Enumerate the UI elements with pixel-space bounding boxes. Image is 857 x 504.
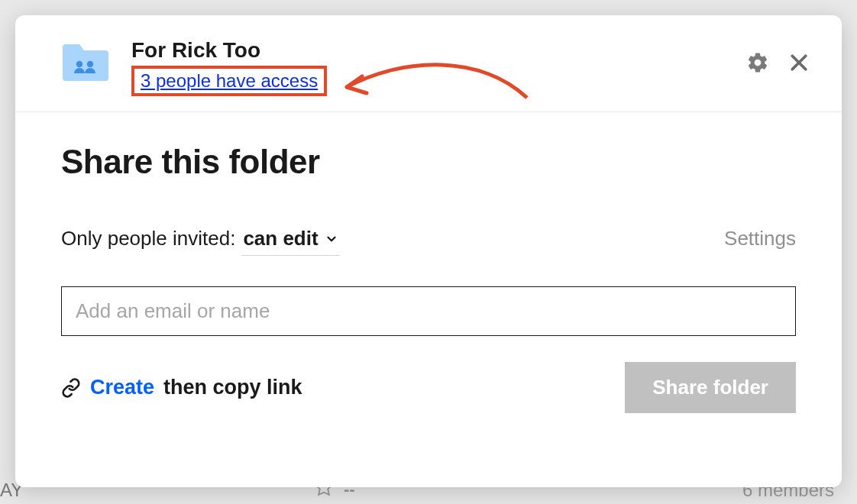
folder-name: For Rick Too — [131, 38, 745, 63]
permissions-row: Only people invited: can edit Settings — [61, 227, 796, 256]
invite-input[interactable] — [61, 286, 796, 336]
permissions-dropdown[interactable]: can edit — [241, 227, 339, 256]
settings-icon[interactable] — [745, 50, 770, 75]
header-titles: For Rick Too 3 people have access — [131, 38, 745, 96]
share-modal: For Rick Too 3 people have access Share … — [15, 15, 842, 487]
footer-row: Create then copy link Share folder — [61, 362, 796, 413]
permissions-value: can edit — [243, 227, 318, 250]
svg-point-1 — [87, 61, 93, 67]
permissions-prefix: Only people invited: — [61, 227, 235, 250]
create-link-row[interactable]: Create then copy link — [61, 376, 302, 399]
create-link-label: Create — [90, 376, 154, 399]
chevron-down-icon — [325, 232, 338, 246]
close-icon[interactable] — [787, 50, 811, 75]
modal-header: For Rick Too 3 people have access — [15, 15, 842, 112]
permissions-left: Only people invited: can edit — [61, 227, 340, 256]
share-title: Share this folder — [61, 143, 796, 181]
copy-link-suffix: then copy link — [163, 376, 302, 399]
modal-body: Share this folder Only people invited: c… — [15, 112, 842, 413]
settings-link[interactable]: Settings — [724, 227, 796, 250]
share-folder-button[interactable]: Share folder — [625, 362, 796, 413]
header-actions — [745, 50, 811, 75]
access-link[interactable]: 3 people have access — [141, 70, 318, 91]
link-icon — [61, 378, 81, 398]
access-link-highlight: 3 people have access — [131, 66, 327, 96]
svg-point-0 — [76, 61, 82, 67]
shared-folder-icon — [61, 41, 110, 84]
